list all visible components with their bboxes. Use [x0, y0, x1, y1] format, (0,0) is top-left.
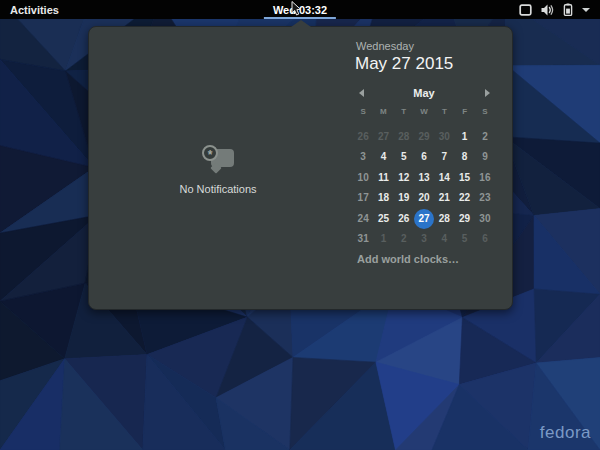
calendar-day[interactable]: 29	[454, 209, 474, 229]
calendar-day[interactable]: 11	[373, 168, 393, 188]
no-notifications-label: No Notifications	[179, 183, 256, 195]
calendar-day[interactable]: 5	[394, 147, 414, 167]
calendar-day[interactable]: 3	[353, 147, 373, 167]
mouse-cursor	[291, 1, 303, 21]
weekday-label: Wednesday	[356, 40, 414, 52]
weekday-header: S	[353, 107, 373, 117]
calendar-day[interactable]: 30	[434, 127, 454, 147]
weekday-header-row: SMTWTFS	[353, 107, 495, 117]
calendar-day[interactable]: 12	[394, 168, 414, 188]
calendar-day[interactable]: 9	[475, 147, 495, 167]
calendar-day[interactable]: 16	[475, 168, 495, 188]
weekday-header: M	[373, 107, 393, 117]
fedora-logo: fedora	[540, 423, 591, 443]
calendar-day[interactable]: 17	[353, 188, 373, 208]
calendar-day[interactable]: 23	[475, 188, 495, 208]
full-date-label: May 27 2015	[355, 54, 453, 74]
volume-icon	[541, 4, 554, 16]
calendar-day-grid: 2627282930123456789101112131415161718192…	[353, 127, 495, 249]
calendar-day[interactable]: 4	[434, 229, 454, 249]
chat-bubble-asterisk-icon: *	[200, 145, 236, 176]
chevron-right-icon	[485, 89, 490, 97]
next-month-button[interactable]	[479, 85, 495, 100]
chevron-left-icon	[359, 89, 364, 97]
calendar-day[interactable]: 28	[394, 127, 414, 147]
calendar-day[interactable]: 5	[454, 229, 474, 249]
calendar-day[interactable]: 1	[454, 127, 474, 147]
prev-month-button[interactable]	[353, 85, 369, 100]
calendar-day[interactable]: 2	[475, 127, 495, 147]
month-label: May	[413, 87, 434, 99]
calendar-day[interactable]: 6	[414, 147, 434, 167]
weekday-header: T	[394, 107, 414, 117]
calendar-day[interactable]: 14	[434, 168, 454, 188]
display-icon	[519, 4, 532, 16]
notification-area: * No Notifications	[89, 145, 347, 195]
weekday-header: T	[434, 107, 454, 117]
calendar-day[interactable]: 10	[353, 168, 373, 188]
calendar-day[interactable]: 31	[353, 229, 373, 249]
calendar-day[interactable]: 24	[353, 209, 373, 229]
asterisk-badge-icon: *	[202, 145, 218, 161]
calendar-day[interactable]: 8	[454, 147, 474, 167]
add-world-clocks-button[interactable]: Add world clocks…	[357, 253, 459, 265]
calendar-day[interactable]: 25	[373, 209, 393, 229]
calendar-day[interactable]: 27	[373, 127, 393, 147]
calendar-day[interactable]: 30	[475, 209, 495, 229]
battery-icon	[563, 3, 573, 16]
calendar-day[interactable]: 28	[434, 209, 454, 229]
calendar-day[interactable]: 4	[373, 147, 393, 167]
calendar-day[interactable]: 13	[414, 168, 434, 188]
calendar-day[interactable]: 6	[475, 229, 495, 249]
calendar-day[interactable]: 26	[394, 209, 414, 229]
calendar-day[interactable]: 29	[414, 127, 434, 147]
calendar-day[interactable]: 1	[373, 229, 393, 249]
calendar-section: Wednesday May 27 2015 May SMTWTFS 262728…	[351, 27, 511, 309]
weekday-header: F	[454, 107, 474, 117]
calendar-day[interactable]: 21	[434, 188, 454, 208]
calendar-day[interactable]: 18	[373, 188, 393, 208]
calendar-dropdown-panel: * No Notifications Wednesday May 27 2015…	[88, 26, 513, 310]
calendar-day[interactable]: 3	[414, 229, 434, 249]
weekday-header: S	[475, 107, 495, 117]
calendar-day[interactable]: 15	[454, 168, 474, 188]
system-menu[interactable]	[513, 0, 596, 19]
calendar-day[interactable]: 2	[394, 229, 414, 249]
calendar-day[interactable]: 26	[353, 127, 373, 147]
weekday-header: W	[414, 107, 434, 117]
calendar-day[interactable]: 22	[454, 188, 474, 208]
caret-down-icon	[582, 8, 590, 12]
calendar-day[interactable]: 20	[414, 188, 434, 208]
calendar-day[interactable]: 7	[434, 147, 454, 167]
calendar-day[interactable]: 19	[394, 188, 414, 208]
month-navigation: May	[353, 85, 495, 100]
desktop: fedora Activities Wed 03:32 * N	[0, 0, 600, 450]
calendar-day-selected[interactable]: 27	[414, 209, 434, 229]
activities-button[interactable]: Activities	[0, 0, 69, 19]
